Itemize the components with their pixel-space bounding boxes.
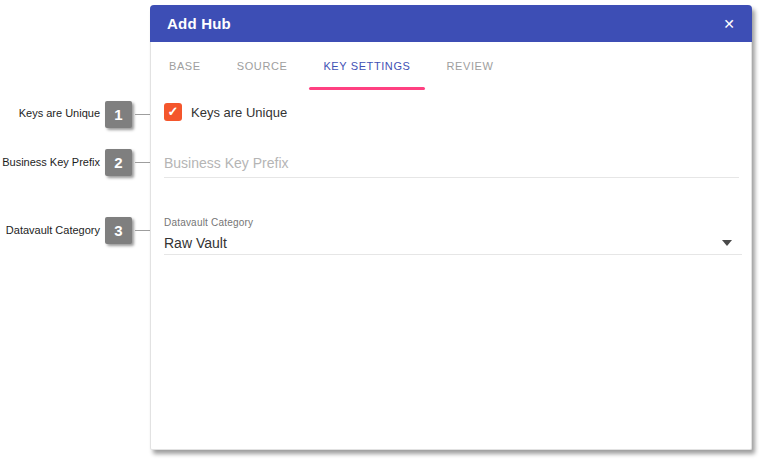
checkbox-label[interactable]: Keys are Unique [191,105,287,120]
tab-key-settings-label: KEY SETTINGS [323,60,410,72]
tab-base-label: BASE [169,60,201,72]
dialog-header: Add Hub ✕ [150,5,752,42]
check-icon: ✓ [168,103,179,121]
checkbox-checked[interactable]: ✓ [164,103,182,121]
select-label: Datavault Category [164,217,742,228]
annotation-badge-1: 1 [105,101,132,128]
dropdown-arrow-icon [722,240,732,246]
page: Keys are Unique 1 Business Key Prefix 2 … [0,0,759,460]
tab-source-label: SOURCE [237,60,288,72]
tab-review-label: REVIEW [447,60,494,72]
tab-bar: BASE SOURCE KEY SETTINGS REVIEW [151,42,751,90]
annotation-label-1: Keys are Unique [0,107,100,119]
select-value: Raw Vault [164,235,227,251]
add-hub-dialog: Add Hub ✕ BASE SOURCE KEY SETTINGS REVIE… [150,5,752,450]
tab-review[interactable]: REVIEW [433,42,508,90]
dialog-title: Add Hub [167,15,231,32]
keys-are-unique-checkbox-row[interactable]: ✓ Keys are Unique [164,103,287,121]
annotation-label-3: Datavault Category [0,224,100,236]
close-icon[interactable]: ✕ [723,17,735,31]
tab-key-settings[interactable]: KEY SETTINGS [309,42,424,90]
datavault-category-select[interactable]: Datavault Category Raw Vault [164,217,742,255]
business-key-prefix-input[interactable] [164,149,739,178]
annotation-badge-2: 2 [105,149,132,176]
tab-active-indicator [309,87,424,90]
select-value-row[interactable]: Raw Vault [164,231,742,255]
annotation-label-2: Business Key Prefix [0,156,100,168]
annotation-badge-3: 3 [105,217,132,244]
tab-source[interactable]: SOURCE [223,42,302,90]
tab-base[interactable]: BASE [155,42,215,90]
